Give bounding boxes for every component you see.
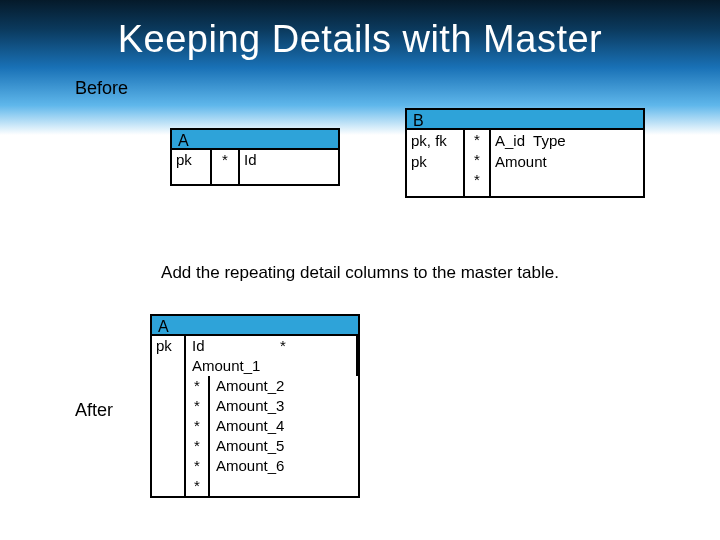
entity-a-after-attr: Id Amount_1 — [186, 336, 210, 376]
entity-a-after-attr: Amount_4 — [210, 416, 358, 436]
entity-a-before: A pk * Id — [170, 128, 340, 186]
label-after: After — [75, 400, 113, 421]
star-icon: * — [186, 416, 210, 436]
entity-a-after-title: A — [152, 316, 358, 336]
entity-a-before-key: pk — [172, 150, 212, 184]
blank-cell — [210, 356, 358, 376]
star-icon: * — [186, 476, 210, 496]
star-icon: * — [465, 130, 489, 150]
entity-a-after-attr: Amount_6 — [210, 456, 358, 476]
entity-b-before-keys: pk, fk pk — [407, 130, 465, 196]
entity-a-before-attr: Id — [240, 150, 338, 184]
entity-a-after-key: pk — [152, 336, 186, 496]
slide-title: Keeping Details with Master — [0, 18, 720, 61]
entity-b-before: B pk, fk pk * * * A_id Type Amount — [405, 108, 645, 198]
star-icon: * — [465, 170, 489, 190]
entity-a-after-attr — [210, 476, 358, 496]
star-icon: * — [465, 150, 489, 170]
star-icon: * — [186, 436, 210, 456]
star-icon: * — [210, 336, 358, 356]
star-icon: * — [186, 376, 210, 396]
entity-b-before-attrs: A_id Type Amount — [491, 130, 643, 196]
entity-b-before-title: B — [407, 110, 643, 130]
star-icon: * — [186, 396, 210, 416]
entity-a-after-attr: Amount_5 — [210, 436, 358, 456]
entity-a-before-title: A — [172, 130, 338, 150]
slide-caption: Add the repeating detail columns to the … — [0, 263, 720, 283]
entity-a-after: A pk * Id Amount_1 * Amount_2 * Amount_3… — [150, 314, 360, 498]
label-before: Before — [75, 78, 128, 99]
star-icon: * — [186, 456, 210, 476]
entity-a-after-attr: Amount_3 — [210, 396, 358, 416]
entity-a-before-star: * — [212, 150, 240, 184]
entity-a-after-attr: Amount_2 — [210, 376, 358, 396]
entity-b-before-stars: * * * — [465, 130, 491, 196]
